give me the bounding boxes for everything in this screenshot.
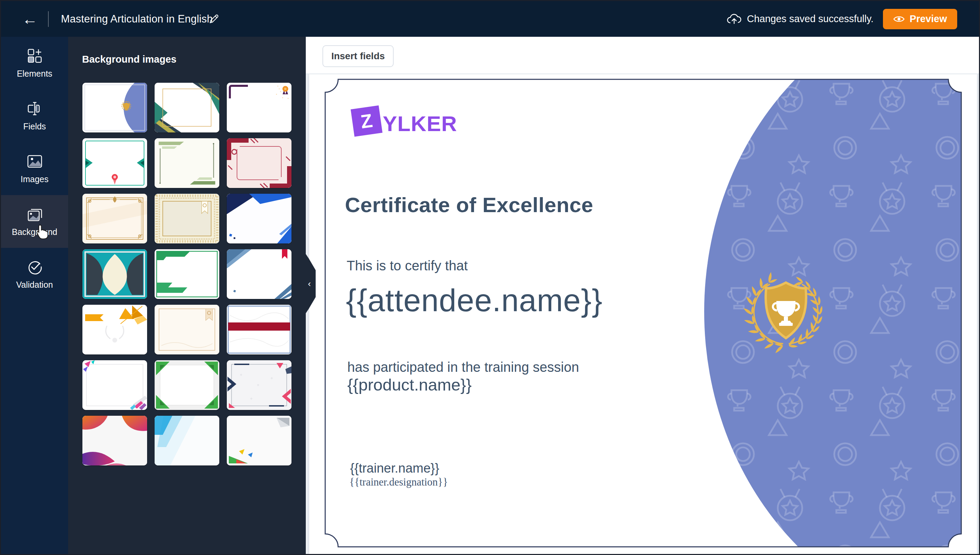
trainer-designation-field[interactable]: {{trainer.designation}} [350,476,448,488]
insert-fields-button[interactable]: Insert fields [322,45,394,67]
trainer-name-field[interactable]: {{trainer.name}} [350,461,439,476]
cloud-upload-icon [727,13,742,25]
background-thumbnail-6-crimson-ornate-frame[interactable] [227,138,292,188]
laurel-trophy-badge [741,268,831,353]
sidebar-item-label: Validation [16,280,53,290]
sidebar-item-label: Background [12,227,57,237]
sidebar-item-label: Images [21,174,49,184]
background-thumbnail-18-navy-pink-chevrons[interactable] [227,360,292,410]
zylker-logo-mark: Z [351,106,382,137]
insert-fields-label: Insert fields [331,51,385,62]
canvas-toolbar: Insert fields [306,37,980,74]
zylker-logo-text: YLKER [383,111,457,136]
sidebar-item-validation[interactable]: Validation [1,248,68,301]
background-thumbnail-15-crimson-band-blue-frame[interactable] [227,305,292,354]
background-thumbnail-7-gold-flourish-frame[interactable] [82,194,147,244]
eye-icon [893,15,905,23]
background-thumbnail-1-blue-arc-gold-badge[interactable] [82,83,147,132]
background-thumbnail-9-navy-blue-diagonals[interactable] [227,194,292,244]
sidebar-item-images[interactable]: Images [1,142,68,195]
save-status-text: Changes saved successfully. [747,13,874,24]
page-title: Mastering Articulation in English [61,1,213,37]
background-panel: Background images [68,37,306,555]
layered-images-icon [26,206,43,222]
preview-button[interactable]: Preview [883,9,957,29]
background-thumbnail-16-confetti-slivers-frame[interactable] [82,360,147,410]
sidebar-item-label: Elements [17,69,52,79]
background-thumbnail-5-sage-green-bars[interactable] [155,138,219,188]
certificate-sheet[interactable]: Z YLKER Certificate of Excellence This i… [309,74,977,555]
text-field-cursor-icon [26,101,43,117]
back-arrow-icon: ← [22,10,38,28]
topbar-divider [48,11,49,27]
edit-title-pencil-icon[interactable] [208,13,220,25]
back-button[interactable]: ← [22,1,38,37]
sidebar-item-fields[interactable]: Fields [1,90,68,142]
check-circle-icon [27,259,43,275]
sidebar: Elements Fields Images [1,37,68,555]
certificate-body-line[interactable]: has participated in the training session [347,359,579,375]
certificate-intro-line[interactable]: This is to certify that [346,258,468,273]
background-thumbnail-19-sunset-gradient-blobs[interactable] [82,416,147,465]
background-thumbnail-13-orange-origami-laurel[interactable] [82,305,147,354]
sidebar-item-elements[interactable]: Elements [1,37,68,90]
attendee-name-field[interactable]: {{attendee.name}} [346,282,603,318]
panel-heading: Background images [82,54,176,65]
background-thumbnail-20-sky-blue-diagonals[interactable] [155,416,219,465]
chevron-left-icon: ‹ [308,279,311,288]
background-thumbnail-grid [82,83,292,465]
elements-grid-plus-icon [27,48,43,64]
background-thumbnail-10-teal-ink-teardrop[interactable] [82,249,147,299]
app-window: ← Mastering Articulation in English Chan… [0,0,980,555]
background-thumbnail-21-gray-fold-confetti[interactable] [227,416,292,465]
background-thumbnail-4-teal-frame-red-medal[interactable] [82,138,147,188]
image-icon [27,153,43,170]
certificate-title[interactable]: Certificate of Excellence [345,193,593,217]
background-thumbnail-8-gold-lace-border[interactable] [155,194,219,244]
preview-label: Preview [909,13,947,24]
sidebar-item-label: Fields [23,122,46,132]
sidebar-item-background[interactable]: Background [1,195,68,248]
background-thumbnail-17-green-corner-folds[interactable] [155,360,219,410]
background-thumbnail-11-green-banner-frame[interactable] [155,249,219,299]
background-thumbnail-12-steel-diagonal-red-bookmark[interactable] [227,249,292,299]
save-status: Changes saved successfully. [727,13,874,25]
topbar: ← Mastering Articulation in English Chan… [1,1,979,37]
background-thumbnail-2-emerald-olive-corners[interactable] [155,83,219,132]
background-thumbnail-3-purple-corner-orange-medal[interactable] [227,83,292,132]
zylker-logo[interactable]: Z YLKER [353,107,455,139]
product-name-field[interactable]: {{product.name}} [347,375,472,394]
background-thumbnail-14-tan-frame-bookmark[interactable] [155,305,219,354]
